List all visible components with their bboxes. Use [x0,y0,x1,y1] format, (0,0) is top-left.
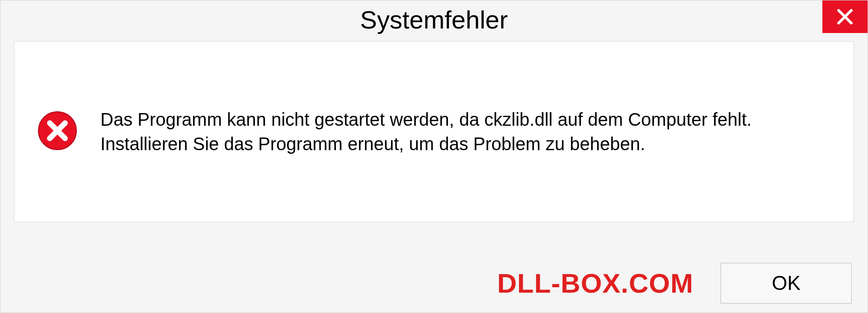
close-icon [836,8,854,26]
dialog-title: Systemfehler [360,5,508,34]
dialog-footer: DLL-BOX.COM OK [0,263,868,304]
watermark-text: DLL-BOX.COM [497,268,693,299]
error-message: Das Programm kann nicht gestartet werden… [100,107,778,156]
content-panel: Das Programm kann nicht gestartet werden… [14,41,854,222]
error-dialog: Systemfehler Das Programm kann nicht ges… [0,0,868,313]
ok-button[interactable]: OK [721,263,852,304]
error-icon [37,110,78,153]
close-button[interactable] [822,0,868,33]
title-bar: Systemfehler [0,0,868,41]
